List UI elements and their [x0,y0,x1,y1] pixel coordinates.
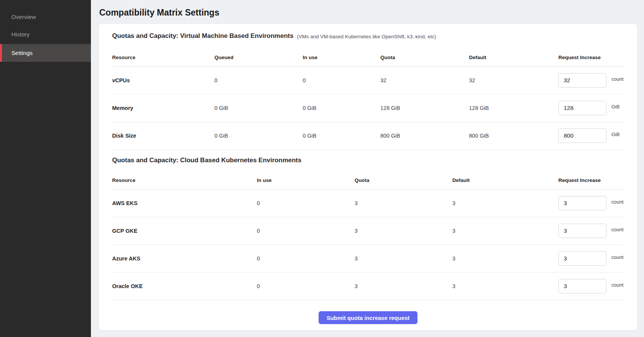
vm-quotas-section: Quotas and Capacity: Virtual Machine Bas… [112,24,624,150]
section-subtitle: (VMs and VM-based Kubernetes like OpenSh… [297,33,436,39]
value-cell: 3 [452,255,558,262]
request-increase-input[interactable] [558,251,606,266]
submit-quota-increase-button[interactable]: Submit quota increase request [319,311,417,324]
request-increase-cell: count [558,196,624,210]
request-increase-input[interactable] [558,224,606,238]
value-cell: 128 GiB [469,105,558,111]
sidebar-item-label: Overview [11,14,36,20]
value-cell: 3 [452,283,558,289]
page-title: Compatibility Matrix Settings [98,7,638,18]
resource-label: Azure AKS [112,255,257,262]
table-body: vCPUs003232countMemory0 GiB0 GiB128 GiB1… [112,67,624,150]
section-header: Quotas and Capacity: Virtual Machine Bas… [112,24,624,48]
unit-label: GiB [611,132,620,137]
request-increase-cell: count [558,73,624,88]
value-cell: 0 GiB [303,133,380,139]
column-header: Default [469,55,558,60]
sidebar-item-overview[interactable]: Overview [0,9,91,25]
unit-label: count [611,227,624,232]
request-increase-cell: count [558,224,624,238]
cloud-quotas-section: Quotas and Capacity: Cloud Based Kuberne… [112,150,624,300]
table-row: Disk Size0 GiB0 GiB800 GiB800 GiBGiB [112,122,624,150]
submit-row: Submit quota increase request [112,300,624,331]
value-cell: 800 GiB [380,133,469,139]
unit-label: GiB [611,104,620,110]
value-cell: 3 [355,283,452,289]
value-cell: 0 GiB [303,105,380,111]
column-header: Quota [355,177,452,183]
column-header: Queued [214,55,303,60]
column-header: Request Increase [558,55,624,60]
unit-label: count [611,282,624,288]
value-cell: 32 [380,77,469,83]
resource-label: Oracle OKE [112,283,257,289]
value-cell: 0 GiB [214,133,303,139]
value-cell: 32 [469,77,558,83]
request-increase-input[interactable] [558,279,606,293]
request-increase-cell: count [558,251,624,266]
value-cell: 3 [355,200,452,206]
resource-label: AWS EKS [112,200,257,206]
value-cell: 0 [214,77,303,83]
column-header: Request Increase [558,177,624,183]
section-title: Quotas and Capacity: Cloud Based Kuberne… [112,157,302,164]
table-row: Memory0 GiB0 GiB128 GiB128 GiBGiB [112,94,624,122]
column-header: Quota [380,55,469,60]
value-cell: 0 [257,200,355,206]
section-header: Quotas and Capacity: Cloud Based Kuberne… [112,150,624,171]
table-row: Azure AKS033count [112,245,624,273]
sidebar: Overview History Settings [0,0,91,337]
table-row: GCP GKE033count [112,217,624,245]
app-window: Overview History Settings Compatibility … [0,0,644,337]
table-row: AWS EKS033count [112,190,624,217]
request-increase-input[interactable] [558,196,606,210]
value-cell: 128 GiB [380,105,469,111]
resource-label: Memory [112,105,214,111]
section-title: Quotas and Capacity: Virtual Machine Bas… [112,32,294,40]
unit-label: count [611,199,624,205]
value-cell: 0 GiB [214,105,303,111]
value-cell: 0 [257,283,355,289]
value-cell: 0 [257,228,355,234]
column-header: In use [257,177,355,183]
value-cell: 0 [303,77,380,83]
request-increase-input[interactable] [558,101,606,115]
sidebar-item-settings[interactable]: Settings [0,44,91,62]
request-increase-cell: GiB [558,101,624,115]
main-content: Compatibility Matrix Settings Quotas and… [91,0,644,337]
column-header: Resource [112,177,257,183]
table-row: vCPUs003232count [112,67,624,94]
column-header: Resource [112,55,214,60]
settings-card: Quotas and Capacity: Virtual Machine Bas… [98,24,638,331]
value-cell: 3 [355,228,452,234]
request-increase-cell: count [558,279,624,293]
request-increase-cell: GiB [558,129,624,143]
value-cell: 3 [452,200,558,206]
sidebar-item-label: History [11,31,30,38]
request-increase-input[interactable] [558,129,606,143]
resource-label: vCPUs [112,77,214,83]
table-header-row: ResourceIn useQuotaDefaultRequest Increa… [112,171,624,190]
column-header: In use [303,55,380,60]
sidebar-item-label: Settings [11,50,33,56]
unit-label: count [611,76,624,82]
table-header-row: ResourceQueuedIn useQuotaDefaultRequest … [112,48,624,67]
value-cell: 800 GiB [469,133,558,139]
request-increase-input[interactable] [558,73,606,88]
resource-label: Disk Size [112,133,214,139]
value-cell: 0 [257,255,355,262]
value-cell: 3 [452,228,558,234]
value-cell: 3 [355,255,452,262]
resource-label: GCP GKE [112,228,257,234]
unit-label: count [611,254,624,260]
table-body: AWS EKS033countGCP GKE033countAzure AKS0… [112,190,624,300]
column-header: Default [452,177,558,183]
table-row: Oracle OKE033count [112,273,624,300]
sidebar-item-history[interactable]: History [0,27,91,42]
